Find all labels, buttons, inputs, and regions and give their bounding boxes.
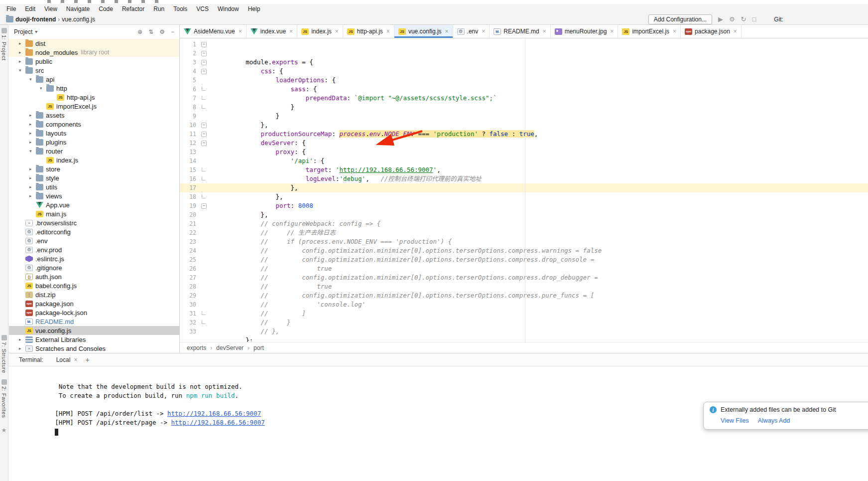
breadcrumb-file[interactable]: vue.config.js: [62, 16, 95, 23]
fold-marker-icon[interactable]: [200, 219, 208, 228]
new-terminal-icon[interactable]: +: [85, 356, 89, 364]
add-configuration-button[interactable]: Add Configuration...: [648, 14, 712, 24]
chevron-down-icon[interactable]: ▾: [35, 29, 37, 34]
expand-chevron-icon[interactable]: ▸: [19, 59, 25, 64]
expand-chevron-icon[interactable]: ▸: [29, 193, 36, 198]
locate-file-icon[interactable]: ⊕: [137, 28, 142, 35]
breadcrumb-item[interactable]: exports: [187, 344, 206, 351]
menu-item[interactable]: Run: [149, 5, 169, 12]
fold-marker-icon[interactable]: [200, 237, 208, 246]
fold-marker-icon[interactable]: [200, 318, 208, 327]
code-editor[interactable]: 1 module.exports = { 2 css: { 3: [180, 38, 868, 342]
menu-item[interactable]: View: [40, 5, 62, 12]
expand-chevron-icon[interactable]: ▾: [29, 149, 36, 154]
tree-item[interactable]: index.js: [9, 156, 179, 164]
tree-item[interactable]: ▸ Scratches and Consoles: [9, 344, 179, 353]
fold-marker-icon[interactable]: [200, 148, 208, 157]
fold-marker-icon[interactable]: [200, 273, 208, 282]
close-tab-icon[interactable]: ×: [482, 28, 485, 35]
editor-tab[interactable]: vue.config.js ×: [394, 25, 453, 38]
fold-marker-icon[interactable]: [200, 210, 208, 219]
fold-marker-icon[interactable]: [200, 67, 208, 76]
stop-icon[interactable]: □: [752, 15, 756, 23]
expand-chevron-icon[interactable]: ▸: [29, 122, 36, 127]
tree-item[interactable]: babel.config.js: [9, 281, 179, 290]
tree-item[interactable]: ▾ router: [9, 147, 179, 156]
panel-divider[interactable]: [179, 25, 180, 353]
tree-item[interactable]: package.json: [9, 299, 179, 308]
expand-chevron-icon[interactable]: ▾: [19, 68, 25, 73]
close-tab-icon[interactable]: ×: [289, 28, 293, 35]
fold-marker-icon[interactable]: [200, 139, 208, 148]
menu-item[interactable]: Tools: [169, 5, 192, 12]
fold-marker-icon[interactable]: [200, 157, 208, 165]
expand-chevron-icon[interactable]: ▾: [40, 86, 46, 91]
fold-marker-icon[interactable]: [200, 264, 208, 273]
settings-icon[interactable]: ⚙: [729, 15, 735, 23]
close-tab-icon[interactable]: ×: [239, 28, 242, 35]
tree-item[interactable]: ▾ http: [9, 84, 179, 93]
collapse-all-icon[interactable]: ⇅: [148, 28, 153, 35]
expand-chevron-icon[interactable]: ▾: [29, 77, 36, 82]
editor-tab[interactable]: index.js ×: [297, 25, 343, 38]
tree-item[interactable]: ▸ utils: [9, 182, 179, 191]
terminal-tab[interactable]: Local ×: [56, 356, 78, 363]
tree-item[interactable]: ▸ dist: [9, 39, 179, 48]
editor-tab[interactable]: importExcel.js ×: [618, 25, 681, 38]
tree-item[interactable]: .gitignore: [9, 263, 179, 272]
tree-item[interactable]: ▸ store: [9, 164, 179, 173]
fold-marker-icon[interactable]: [200, 103, 208, 112]
fold-marker-icon[interactable]: [200, 228, 208, 237]
tree-item[interactable]: ▸ layouts: [9, 129, 179, 138]
tree-item[interactable]: auth.json: [9, 272, 179, 281]
tree-item[interactable]: vue.config.js: [9, 326, 179, 335]
tree-item[interactable]: importExcel.js: [9, 102, 179, 111]
fold-marker-icon[interactable]: [200, 291, 208, 300]
breadcrumb-item[interactable]: devServer: [206, 344, 244, 351]
fold-marker-icon[interactable]: [200, 255, 208, 264]
editor-tab[interactable]: http-api.js ×: [343, 25, 394, 38]
update-project-icon[interactable]: ↻: [741, 15, 746, 23]
expand-chevron-icon[interactable]: ▸: [29, 184, 36, 189]
tree-item[interactable]: .browserslistrc: [9, 218, 179, 227]
project-panel-title[interactable]: Project: [14, 28, 32, 35]
menu-item[interactable]: Help: [244, 5, 265, 12]
fold-marker-icon[interactable]: [200, 300, 208, 309]
fold-marker-icon[interactable]: [200, 49, 208, 58]
tree-item[interactable]: ▾ src: [9, 66, 179, 75]
fold-marker-icon[interactable]: [200, 192, 208, 201]
fold-marker-icon[interactable]: [200, 85, 208, 94]
close-tab-icon[interactable]: ×: [734, 28, 737, 35]
breadcrumb-project[interactable]: duoji-frontend: [15, 16, 56, 23]
menu-item[interactable]: Edit: [20, 5, 40, 12]
close-tab-icon[interactable]: ×: [543, 28, 546, 35]
fold-marker-icon[interactable]: [200, 201, 208, 210]
menu-item[interactable]: Window: [213, 5, 244, 12]
panel-settings-icon[interactable]: ⚙: [159, 28, 165, 35]
fold-marker-icon[interactable]: [200, 40, 208, 49]
fold-marker-icon[interactable]: [200, 130, 208, 139]
tree-item[interactable]: http-api.js: [9, 93, 179, 102]
expand-chevron-icon[interactable]: ▸: [19, 346, 25, 351]
tree-item[interactable]: ▸ public: [9, 57, 179, 66]
fold-marker-icon[interactable]: [200, 58, 208, 67]
breadcrumb-item[interactable]: port: [244, 344, 264, 351]
expand-chevron-icon[interactable]: ▸: [19, 41, 25, 46]
editor-tab[interactable]: .env ×: [453, 25, 490, 38]
fold-marker-icon[interactable]: [200, 121, 208, 130]
tree-item[interactable]: dist.zip: [9, 290, 179, 299]
tree-item[interactable]: ▾ api: [9, 75, 179, 84]
favorites-star-icon[interactable]: ★: [1, 427, 7, 434]
expand-chevron-icon[interactable]: ▸: [29, 175, 36, 180]
expand-chevron-icon[interactable]: ▸: [29, 140, 36, 145]
tree-item[interactable]: ▸ views: [9, 191, 179, 200]
expand-chevron-icon[interactable]: ▸: [29, 131, 36, 136]
editor-tab[interactable]: README.md ×: [490, 25, 550, 38]
tree-item[interactable]: ▸ assets: [9, 111, 179, 120]
menu-item[interactable]: Navigate: [62, 5, 94, 12]
menu-item[interactable]: Code: [94, 5, 118, 12]
tree-item[interactable]: .editorconfig: [9, 227, 179, 236]
run-icon[interactable]: ▶: [718, 15, 723, 23]
fold-marker-icon[interactable]: [200, 174, 208, 183]
fold-marker-icon[interactable]: [200, 309, 208, 318]
